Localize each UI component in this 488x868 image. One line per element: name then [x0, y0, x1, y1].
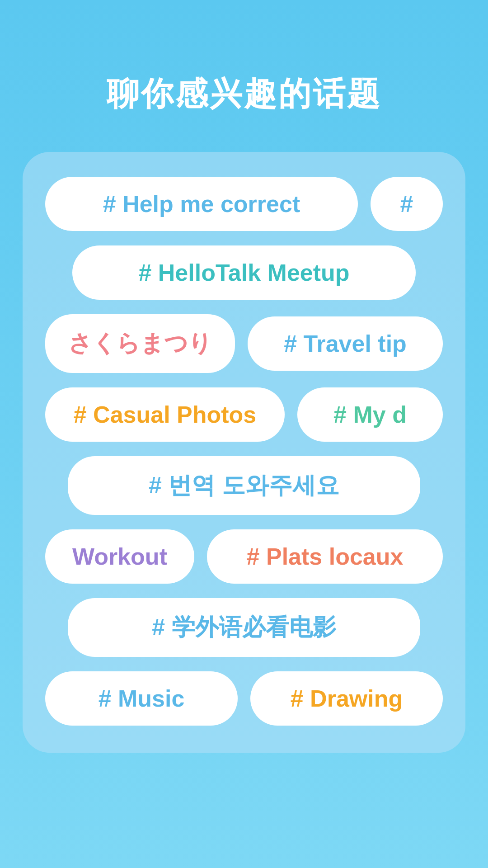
tag-sakura[interactable]: さくらまつり: [45, 314, 235, 373]
tag-workout[interactable]: Workout: [45, 529, 194, 584]
tag-music[interactable]: # Music: [45, 671, 238, 726]
tag-casual-photos[interactable]: # Casual Photos: [45, 387, 285, 442]
tag-help-me-correct[interactable]: # Help me correct: [45, 177, 358, 231]
tag-row-8: # Music # Drawing: [45, 671, 443, 726]
tag-my-d[interactable]: # My d: [297, 387, 443, 442]
tag-row-3: さくらまつり # Travel tip: [45, 314, 443, 373]
tag-row-5: # 번역 도와주세요: [45, 456, 443, 515]
tag-row-1: # Help me correct #: [45, 177, 443, 231]
tag-row-7: # 学外语必看电影: [45, 598, 443, 657]
tag-travel-tip[interactable]: # Travel tip: [248, 316, 443, 371]
tag-hellotalk-meetup[interactable]: # HelloTalk Meetup: [72, 245, 416, 300]
tag-plats-locaux[interactable]: # Plats locaux: [207, 529, 443, 584]
tag-row-6: Workout # Plats locaux: [45, 529, 443, 584]
page-title: 聊你感兴趣的话题: [0, 0, 488, 152]
tag-row-4: # Casual Photos # My d: [45, 387, 443, 442]
tag-row-2: # HelloTalk Meetup: [45, 245, 443, 300]
tag-movie[interactable]: # 学外语必看电影: [68, 598, 420, 657]
topics-container: # Help me correct # # HelloTalk Meetup さ…: [23, 152, 465, 753]
tag-drawing[interactable]: # Drawing: [250, 671, 443, 726]
tag-translate[interactable]: # 번역 도와주세요: [68, 456, 420, 515]
tag-overflow-1[interactable]: #: [371, 177, 443, 231]
